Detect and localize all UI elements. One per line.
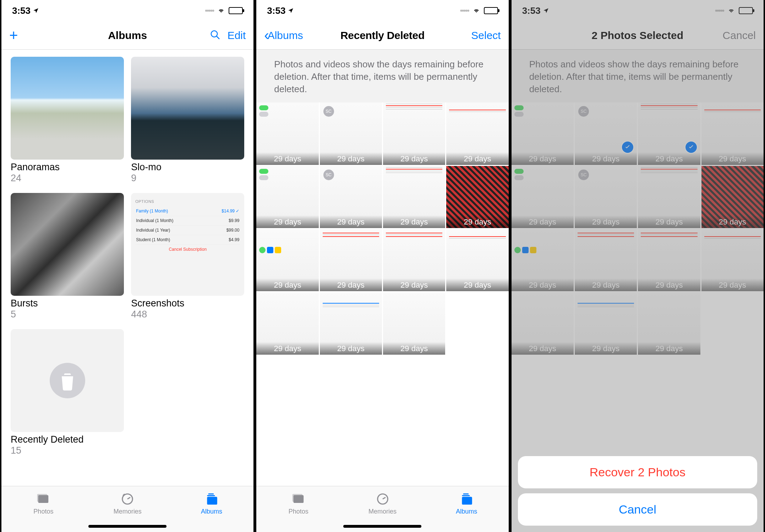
photo-cell[interactable]: 29 days — [383, 102, 445, 165]
battery-icon — [739, 7, 753, 14]
photo-cell[interactable]: 29 days — [512, 102, 574, 165]
photo-cell[interactable]: 29 days — [446, 102, 508, 165]
tab-albums[interactable]: Albums — [170, 486, 254, 521]
svg-rect-5 — [207, 497, 217, 505]
photo-cell[interactable]: 29 days — [575, 229, 637, 291]
days-remaining-badge: 29 days — [383, 215, 445, 228]
wifi-icon — [472, 5, 481, 16]
select-button[interactable]: Select — [471, 29, 501, 41]
album-thumbnail — [11, 193, 124, 296]
back-button[interactable]: ‹ Albums — [264, 27, 303, 43]
svg-line-1 — [216, 36, 219, 39]
location-icon — [288, 5, 294, 16]
photo-cell[interactable]: 29 days — [320, 229, 382, 291]
photo-cell[interactable]: 29 days — [638, 292, 700, 354]
days-remaining-badge: 29 days — [575, 152, 637, 165]
days-remaining-badge: 29 days — [256, 278, 318, 291]
photo-cell[interactable]: 29 days — [383, 229, 445, 291]
days-remaining-badge: 29 days — [512, 152, 574, 165]
days-remaining-badge: 29 days — [512, 215, 574, 228]
days-remaining-badge: 29 days — [638, 152, 700, 165]
photo-cell[interactable]: 29 days — [446, 229, 508, 291]
photo-cell[interactable]: 29 days — [256, 292, 318, 354]
tab-memories[interactable]: Memories — [86, 486, 170, 521]
days-remaining-badge: 29 days — [446, 152, 508, 165]
photo-cell[interactable]: 29 days — [512, 166, 574, 228]
photo-cell[interactable]: SC29 days — [320, 102, 382, 165]
nav-bar: + Albums Edit — [1, 21, 253, 50]
photo-cell[interactable]: SC29 days — [575, 102, 637, 165]
photo-cell[interactable]: 29 days — [320, 292, 382, 354]
tab-albums[interactable]: Albums — [425, 486, 509, 521]
album-thumbnail — [11, 57, 124, 160]
edit-button[interactable]: Edit — [228, 29, 246, 41]
page-title: Recently Deleted — [307, 29, 458, 41]
photo-cell[interactable]: SC29 days — [575, 166, 637, 228]
tab-memories[interactable]: Memories — [340, 486, 425, 521]
album-count: 24 — [11, 173, 124, 184]
photo-cell[interactable]: 29 days — [512, 292, 574, 354]
action-sheet-cancel-button[interactable]: Cancel — [518, 493, 757, 526]
photo-cell[interactable]: 29 days — [383, 166, 445, 228]
album-name: Panoramas — [11, 162, 124, 173]
album-count: 5 — [11, 309, 124, 320]
tab-photos[interactable]: Photos — [1, 486, 86, 521]
days-remaining-badge: 29 days — [701, 278, 764, 291]
days-remaining-badge: 29 days — [512, 342, 574, 355]
album-recently-deleted[interactable]: Recently Deleted 15 — [11, 329, 124, 456]
home-indicator[interactable] — [343, 525, 421, 528]
album-thumbnail: OPTIONS Family (1 Month)$14.99 ✓ Individ… — [131, 193, 244, 296]
tab-photos[interactable]: Photos — [256, 486, 340, 521]
recover-photos-button[interactable]: Recover 2 Photos — [518, 456, 757, 488]
photo-cell[interactable]: 29 days — [701, 229, 764, 291]
add-album-button[interactable]: + — [9, 28, 18, 43]
days-remaining-badge: 29 days — [383, 152, 445, 165]
days-remaining-badge: 29 days — [256, 152, 318, 165]
album-bursts[interactable]: Bursts 5 — [11, 193, 124, 320]
photo-cell[interactable]: 29 days — [256, 166, 318, 228]
home-indicator[interactable] — [88, 525, 166, 528]
album-count: 15 — [11, 445, 124, 456]
nav-bar: ‹ Albums Recently Deleted Select — [256, 21, 508, 50]
photo-grid: 29 daysSC29 days29 days29 days29 daysSC2… — [512, 102, 764, 354]
photo-cell[interactable]: 29 days — [638, 166, 700, 228]
screen-selected: 3:53 ••••• 2 Photos Selected Cancel Phot… — [510, 0, 765, 532]
page-title: Albums — [52, 29, 203, 41]
days-remaining-badge: 29 days — [320, 342, 382, 355]
signal-dots: ••••• — [715, 7, 724, 15]
photo-cell[interactable]: 29 days — [446, 166, 508, 228]
album-count: 9 — [131, 173, 244, 184]
photo-cell[interactable]: SC29 days — [320, 166, 382, 228]
svg-rect-6 — [207, 495, 215, 496]
svg-rect-9 — [292, 494, 302, 502]
photo-cell[interactable]: 29 days — [256, 229, 318, 291]
days-remaining-badge: 29 days — [575, 342, 637, 355]
album-panoramas[interactable]: Panoramas 24 — [11, 57, 124, 184]
photo-cell[interactable]: 29 days — [256, 102, 318, 165]
days-remaining-badge: 29 days — [383, 342, 445, 355]
album-name: Screenshots — [131, 298, 244, 309]
album-screenshots[interactable]: OPTIONS Family (1 Month)$14.99 ✓ Individ… — [131, 193, 244, 320]
days-remaining-badge: 29 days — [638, 215, 700, 228]
photo-cell[interactable]: 29 days — [512, 229, 574, 291]
photo-cell[interactable]: 29 days — [383, 292, 445, 354]
album-slomo[interactable]: Slo-mo 9 — [131, 57, 244, 184]
albums-grid: Panoramas 24 Slo-mo 9 Bursts 5 OPTIONS F… — [1, 50, 253, 486]
status-time: 3:53 — [267, 5, 285, 16]
photo-cell[interactable]: 29 days — [701, 166, 764, 228]
tab-bar: Photos Memories Albums — [256, 486, 508, 532]
deletion-description: Photos and videos show the days remainin… — [512, 50, 764, 102]
photo-cell[interactable]: 29 days — [701, 102, 764, 165]
svg-rect-3 — [37, 494, 47, 502]
search-icon[interactable] — [210, 29, 220, 41]
days-remaining-badge: 29 days — [256, 342, 318, 355]
cancel-selection-button[interactable]: Cancel — [723, 29, 756, 41]
options-header: OPTIONS — [135, 199, 240, 204]
days-remaining-badge: 29 days — [256, 215, 318, 228]
photo-cell[interactable]: 29 days — [638, 102, 700, 165]
photo-cell[interactable]: 29 days — [575, 292, 637, 354]
photo-cell[interactable]: 29 days — [638, 229, 700, 291]
days-remaining-badge: 29 days — [701, 215, 764, 228]
days-remaining-badge: 29 days — [320, 215, 382, 228]
battery-icon — [484, 7, 498, 14]
